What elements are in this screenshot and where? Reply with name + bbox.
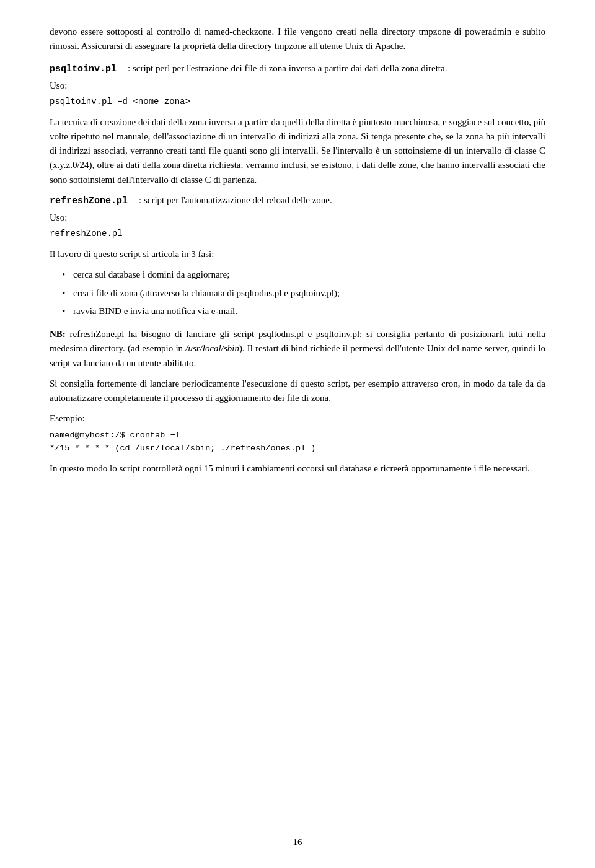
uso-label-1: Uso: xyxy=(50,81,67,90)
list-item-2: crea i file di zona (attraverso la chiam… xyxy=(62,286,545,300)
term2-name: refreshZone.pl xyxy=(50,194,128,208)
crontab-line1: named@myhost:/$ crontab −l xyxy=(50,429,545,442)
list-item-3: ravvia BIND e invia una notifica via e-m… xyxy=(62,304,545,318)
intro-paragraph: devono essere sottoposti al controllo di… xyxy=(50,25,545,54)
uso-block-1: Uso: psqltoinv.pl −d <nome zona> xyxy=(50,79,545,109)
nb-text: refreshZone.pl ha bisogno di lanciare gl… xyxy=(50,329,545,368)
list-item-3-text: ravvia BIND e invia una notifica via e-m… xyxy=(73,306,237,316)
crontab-example: named@myhost:/$ crontab −l */15 * * * * … xyxy=(50,429,545,455)
term1-desc: : script perl per l'estrazione dei file … xyxy=(128,61,447,76)
page-number: 16 xyxy=(293,835,302,849)
code-psqltoinv: psqltoinv.pl −d <nome zona> xyxy=(50,95,545,109)
intro-fasi: Il lavoro di questo script si articola i… xyxy=(50,247,545,261)
page: devono essere sottoposti al controllo di… xyxy=(0,0,595,868)
term1-line: psqltoinv.pl : script perl per l'estrazi… xyxy=(50,61,545,76)
fasi-list: cerca sul database i domini da aggiornar… xyxy=(62,268,545,318)
closing-paragraph: In questo modo lo script controllerà ogn… xyxy=(50,462,545,476)
si-consiglia-text: Si consiglia fortemente di lanciare peri… xyxy=(50,377,545,406)
crontab-line2: */15 * * * * (cd /usr/local/sbin; ./refr… xyxy=(50,442,545,455)
esempio-label: Esempio: xyxy=(50,411,545,426)
term1-name: psqltoinv.pl xyxy=(50,62,117,76)
nb-block: NB: refreshZone.pl ha bisogno di lanciar… xyxy=(50,327,545,370)
list-item-1-text: cerca sul database i domini da aggiornar… xyxy=(73,270,229,279)
list-item-2-text: crea i file di zona (attraverso la chiam… xyxy=(73,288,340,298)
uso-label-2: Uso: xyxy=(50,213,67,222)
list-item-1: cerca sul database i domini da aggiornar… xyxy=(62,268,545,282)
nb-label: NB: xyxy=(50,329,70,339)
term2-desc: : script per l'automatizzazione del relo… xyxy=(139,193,332,208)
para2: La tecnica di creazione dei dati della z… xyxy=(50,115,545,187)
term2-line: refreshZone.pl : script per l'automatizz… xyxy=(50,193,545,208)
code-refreshzone: refreshZone.pl xyxy=(50,227,545,241)
uso-block-2: Uso: refreshZone.pl xyxy=(50,211,545,241)
